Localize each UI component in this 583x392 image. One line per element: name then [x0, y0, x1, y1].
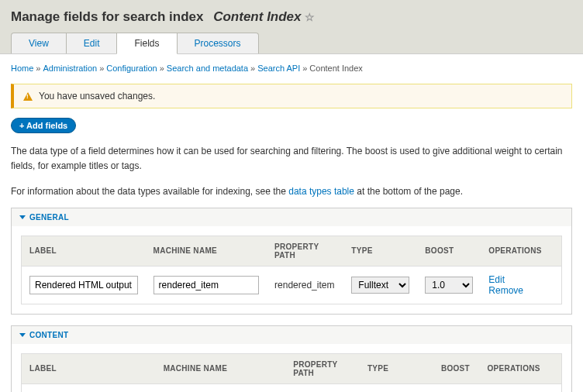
breadcrumb-current: Content Index	[309, 64, 363, 73]
col-boost: BOOST	[417, 236, 481, 266]
primary-tabs: ViewEditFieldsProcessors	[11, 33, 572, 53]
col-machine-name: MACHINE NAME	[156, 353, 286, 383]
col-property-path: PROPERTY PATH	[285, 353, 360, 383]
boost-cell	[433, 383, 479, 392]
tab-fields[interactable]: Fields	[116, 33, 177, 54]
breadcrumb-link[interactable]: Home	[11, 64, 33, 73]
col-boost: BOOST	[433, 353, 479, 383]
warning-message: You have unsaved changes.	[11, 84, 572, 108]
data-types-link[interactable]: data types table	[288, 186, 354, 197]
fieldset-content: CONTENT LABEL MACHINE NAME PROPERTY PATH…	[11, 325, 572, 392]
col-operations: OPERATIONS	[481, 236, 561, 266]
col-label: LABEL	[22, 236, 146, 266]
col-label: LABEL	[22, 353, 156, 383]
property-path-cell: rendered_item	[267, 266, 343, 304]
breadcrumb: Home»Administration»Configuration»Search…	[11, 64, 572, 73]
col-property-path: PROPERTY PATH	[267, 236, 343, 266]
boost-select[interactable]: 0.00.51.02.03.05.08.013.021.0	[425, 277, 473, 294]
fields-table-content: LABEL MACHINE NAME PROPERTY PATH TYPE BO…	[21, 353, 562, 392]
fieldset-content-legend[interactable]: CONTENT	[12, 326, 571, 344]
remove-link[interactable]: Remove	[488, 285, 523, 296]
property-path-cell: title	[285, 383, 360, 392]
fields-table-general: LABEL MACHINE NAME PROPERTY PATH TYPE BO…	[21, 236, 562, 304]
page-title: Manage fields for search index Content I…	[11, 9, 572, 25]
table-row: rendered_item FulltextStringIntegerDecim…	[22, 266, 562, 304]
chevron-down-icon	[19, 333, 26, 337]
breadcrumb-link[interactable]: Administration	[43, 64, 97, 73]
chevron-down-icon	[19, 215, 26, 219]
description-line1: The data type of a field determines how …	[11, 144, 572, 174]
tab-processors[interactable]: Processors	[177, 33, 259, 53]
page-title-index: Content Index	[213, 9, 301, 25]
breadcrumb-link[interactable]: Configuration	[106, 64, 157, 73]
warning-text: You have unsaved changes.	[39, 91, 155, 101]
machine-name-input[interactable]	[154, 276, 260, 294]
edit-link[interactable]: Edit	[488, 274, 505, 285]
tab-view[interactable]: View	[11, 33, 67, 53]
type-select[interactable]: FulltextStringIntegerDecimalDateBoolean	[351, 277, 409, 294]
page-title-prefix: Manage fields for search index	[11, 9, 203, 25]
col-operations: OPERATIONS	[479, 353, 561, 383]
add-fields-button[interactable]: + Add fields	[11, 118, 76, 133]
breadcrumb-link[interactable]: Search and metadata	[167, 64, 248, 73]
col-type: TYPE	[343, 236, 417, 266]
breadcrumb-link[interactable]: Search API	[257, 64, 300, 73]
col-type: TYPE	[360, 353, 433, 383]
label-input[interactable]	[29, 276, 138, 294]
table-row: title FulltextStringIntegerDecimalDateBo…	[22, 383, 562, 392]
warning-icon	[23, 92, 33, 101]
star-icon[interactable]: ☆	[305, 11, 315, 23]
tab-edit[interactable]: Edit	[66, 33, 118, 53]
fieldset-general-legend[interactable]: GENERAL	[12, 208, 571, 226]
col-machine-name: MACHINE NAME	[146, 236, 267, 266]
description-line2: For information about the data types ava…	[11, 184, 572, 199]
fieldset-general: GENERAL LABEL MACHINE NAME PROPERTY PATH…	[11, 208, 572, 315]
